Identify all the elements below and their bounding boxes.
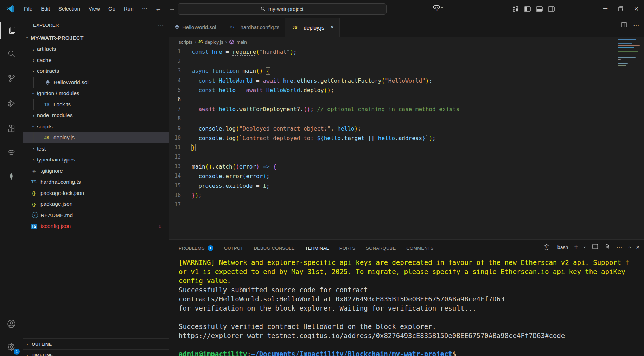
menu-view[interactable]: View bbox=[84, 4, 104, 14]
sonarqube-icon[interactable] bbox=[0, 144, 23, 160]
tree-item-contracts[interactable]: ›contracts bbox=[23, 66, 169, 77]
code-line-12[interactable]: 12 bbox=[169, 152, 644, 162]
run-debug-icon[interactable] bbox=[0, 95, 23, 112]
tree-item-package-lock-json[interactable]: {}package-lock.json bbox=[23, 187, 169, 199]
breadcrumb-folder[interactable]: scripts bbox=[179, 39, 192, 45]
split-editor-icon[interactable] bbox=[621, 22, 627, 29]
breadcrumb-file[interactable]: deploy.js bbox=[205, 39, 223, 45]
extensions-icon[interactable] bbox=[0, 120, 23, 137]
code-line-15[interactable]: 15 process.exitCode = 1; bbox=[169, 181, 644, 191]
panel-tab-sonarqube[interactable]: SONARQUBE bbox=[366, 240, 396, 256]
source-control-icon[interactable] bbox=[0, 70, 23, 87]
tree-item-node-modules[interactable]: ›node_modules bbox=[23, 110, 169, 121]
code-line-2[interactable]: 2 bbox=[169, 57, 644, 66]
panel-tab-output[interactable]: OUTPUT bbox=[224, 240, 243, 256]
code-line-16[interactable]: 16}); bbox=[169, 191, 644, 200]
panel-tab-ports[interactable]: PORTS bbox=[339, 240, 356, 256]
minimap[interactable] bbox=[618, 39, 641, 69]
accounts-icon[interactable] bbox=[0, 315, 23, 332]
tree-root-folder[interactable]: › MY-WATR-PROJECT bbox=[23, 32, 169, 44]
tab-label: hardhat.config.ts bbox=[240, 24, 279, 30]
tab-hardhat-config-ts[interactable]: TShardhat.config.ts bbox=[222, 18, 285, 37]
code-token: getContractFactory bbox=[320, 77, 381, 84]
tree-item-test[interactable]: ›test bbox=[23, 143, 169, 154]
command-center-search[interactable]: my-watr-project bbox=[178, 3, 387, 15]
breadcrumb[interactable]: scripts › JS deploy.js › main bbox=[169, 37, 644, 47]
maximize-panel-icon[interactable]: › bbox=[626, 246, 632, 248]
code-line-5[interactable]: 5 const hello = await HelloWorld.deploy(… bbox=[169, 85, 644, 95]
panel-more-actions-icon[interactable]: ⋯ bbox=[616, 243, 622, 251]
toggle-panel-icon[interactable] bbox=[533, 3, 545, 15]
tree-item-label: package-lock.json bbox=[40, 190, 84, 196]
code-line-6[interactable]: 6 bbox=[169, 95, 644, 104]
tree-item-cache[interactable]: ›cache bbox=[23, 55, 169, 66]
chevron-icon: › bbox=[31, 68, 37, 74]
tree-item-helloworld-sol[interactable]: HelloWorld.sol bbox=[23, 77, 169, 88]
menu-edit[interactable]: Edit bbox=[37, 4, 54, 14]
tab-helloworld-sol[interactable]: HelloWorld.sol bbox=[169, 18, 222, 37]
toggle-primary-sidebar-icon[interactable] bbox=[521, 3, 533, 15]
code-line-11[interactable]: 11} bbox=[169, 143, 644, 152]
code-line-7[interactable]: 7 await hello.waitForDeployment?.(); // … bbox=[169, 104, 644, 114]
tree-item-scripts[interactable]: ›scripts bbox=[23, 121, 169, 132]
close-tab-icon[interactable]: × bbox=[330, 24, 334, 31]
menu-selection[interactable]: Selection bbox=[54, 4, 84, 14]
copilot-menu[interactable]: ! › bbox=[432, 3, 444, 12]
panel-tab-terminal[interactable]: TERMINAL bbox=[305, 240, 329, 256]
shell-label[interactable]: bash bbox=[557, 244, 568, 250]
search-icon[interactable] bbox=[0, 45, 23, 62]
tree-item-typechain-types[interactable]: ›typechain-types bbox=[23, 154, 169, 166]
tree-item--gitignore[interactable]: ◈.gitignore bbox=[23, 165, 169, 177]
menu-more-icon[interactable]: ⋯ bbox=[138, 4, 152, 14]
terminal-prompt[interactable]: ✕admin@impactility:~/Documents/Impactili… bbox=[179, 349, 644, 356]
tree-item-readme-md[interactable]: iREADME.md bbox=[23, 210, 169, 221]
toggle-secondary-sidebar-icon[interactable] bbox=[545, 3, 557, 15]
code-line-4[interactable]: 4 const HelloWorld = await hre.ethers.ge… bbox=[169, 76, 644, 85]
timeline-section[interactable]: › TIMELINE bbox=[23, 349, 169, 356]
menu-run[interactable]: Run bbox=[120, 4, 138, 14]
tree-item-lock-ts[interactable]: TSLock.ts bbox=[23, 99, 169, 110]
code-line-10[interactable]: 10 console.log(`Contract deployed to: ${… bbox=[169, 133, 644, 143]
code-line-9[interactable]: 9 console.log("Deployed contract object:… bbox=[169, 124, 644, 133]
tree-item-deploy-js[interactable]: JSdeploy.js bbox=[23, 132, 169, 144]
panel-tab-comments[interactable]: COMMENTS bbox=[406, 240, 433, 256]
code-line-13[interactable]: 13main().catch((error) => { bbox=[169, 162, 644, 171]
minimize-button[interactable]: ─ bbox=[598, 0, 613, 18]
tree-item-hardhat-config-ts[interactable]: TShardhat.config.ts bbox=[23, 177, 169, 188]
editor-more-actions-icon[interactable]: ⋯ bbox=[633, 22, 639, 29]
menu-file[interactable]: File bbox=[20, 4, 37, 14]
code-line-14[interactable]: 14 console.error(error); bbox=[169, 171, 644, 181]
close-window-button[interactable]: × bbox=[629, 0, 644, 18]
panel-tab-debug-console[interactable]: DEBUG CONSOLE bbox=[254, 240, 295, 256]
tree-item-ignition-modules[interactable]: ›ignition / modules bbox=[23, 88, 169, 99]
new-terminal-icon[interactable]: + bbox=[574, 243, 578, 251]
terminal-line: Successfully verified contract HelloWorl… bbox=[179, 322, 644, 331]
kill-terminal-icon[interactable] bbox=[604, 243, 610, 251]
code-line-3[interactable]: 3async function main() { bbox=[169, 66, 644, 76]
explorer-more-actions-icon[interactable]: ⋯ bbox=[158, 21, 164, 29]
nav-forward-icon[interactable]: → bbox=[165, 5, 179, 13]
code-token: console bbox=[198, 135, 222, 141]
tree-item-package-json[interactable]: {}package.json bbox=[23, 199, 169, 210]
code-line-8[interactable]: 8 bbox=[169, 114, 644, 123]
code-line-17[interactable]: 17 bbox=[169, 200, 644, 210]
outline-section[interactable]: › OUTLINE bbox=[23, 338, 169, 350]
mongodb-icon[interactable] bbox=[0, 168, 23, 185]
panel-tab-problems[interactable]: PROBLEMS1 bbox=[179, 240, 213, 256]
breadcrumb-symbol[interactable]: main bbox=[236, 39, 247, 45]
tab-deploy-js[interactable]: JSdeploy.js× bbox=[285, 18, 340, 37]
code-line-1[interactable]: 1const hre = require("hardhat"); bbox=[169, 47, 644, 57]
menu-go[interactable]: Go bbox=[104, 4, 120, 14]
explorer-icon[interactable] bbox=[0, 22, 23, 39]
restore-button[interactable] bbox=[613, 0, 629, 18]
split-terminal-icon[interactable] bbox=[592, 244, 598, 250]
close-panel-icon[interactable]: × bbox=[636, 243, 640, 251]
tree-item-tsconfig-json[interactable]: TStsconfig.json1 bbox=[23, 221, 169, 232]
nav-back-icon[interactable]: ← bbox=[152, 5, 165, 13]
terminal-dropdown-icon[interactable]: › bbox=[582, 246, 588, 248]
settings-gear-icon[interactable]: 1 bbox=[0, 338, 23, 355]
terminal-output[interactable]: [WARNING] Network and explorer-specific … bbox=[179, 258, 644, 356]
customize-layout-icon[interactable] bbox=[509, 3, 521, 15]
code-editor[interactable]: 1const hre = require("hardhat");23async … bbox=[169, 47, 644, 239]
tree-item-artifacts[interactable]: ›artifacts bbox=[23, 44, 169, 55]
